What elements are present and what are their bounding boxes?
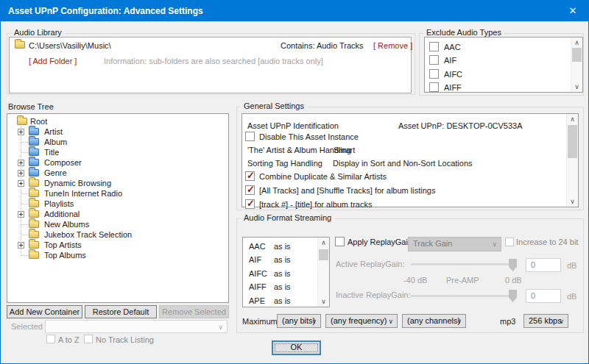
- exclude-item-label: AIFC: [444, 69, 462, 79]
- max-channels-combobox[interactable]: (any channels): [402, 314, 466, 328]
- scroll-up-icon[interactable]: ∧: [318, 238, 329, 248]
- identification-label: Asset UPnP Identification: [247, 121, 339, 131]
- exclude-item-label: AIFF: [444, 82, 462, 93]
- increase-24bit-label: Increase to 24 bit: [516, 237, 578, 247]
- tree-item-label: Album: [44, 137, 67, 147]
- all-tracks-checkbox[interactable]: [245, 185, 255, 195]
- folder-icon: [29, 159, 39, 166]
- folder-icon: [17, 118, 27, 125]
- exclude-audio-types-legend: Exclude Audio Types: [423, 28, 504, 37]
- format-name[interactable]: AIF: [249, 254, 261, 265]
- mp3-bitrate-combobox[interactable]: 256 kbps: [523, 314, 568, 328]
- expand-plus-icon[interactable]: [18, 180, 24, 187]
- inactive-replaygain-slider[interactable]: [411, 295, 517, 297]
- scale-min-label: -40 dB: [403, 275, 427, 285]
- a-to-z-checkbox[interactable]: [46, 335, 55, 343]
- general-settings-legend: General Settings: [241, 101, 307, 110]
- all-tracks-label: [All Tracks] and [Shuffle Tracks] for al…: [259, 185, 435, 196]
- general-settings-panel: Asset UPnP Identification Asset UPnP: DE…: [241, 113, 579, 207]
- active-db-unit: dB: [567, 260, 576, 271]
- tree-item-label: Artist: [44, 126, 63, 137]
- scroll-up-icon[interactable]: ∧: [567, 114, 578, 124]
- library-info: Information: sub-folders are also search…: [104, 56, 323, 66]
- tree-connector-line: [21, 126, 21, 256]
- tree-item-label: Composer: [44, 157, 82, 168]
- exclude-item-label: AAC: [444, 42, 461, 52]
- scroll-up-icon[interactable]: ∧: [571, 38, 582, 48]
- format-mode: as is: [274, 296, 291, 306]
- library-contains: Contains: Audio Tracks: [281, 40, 364, 51]
- identification-value: Asset UPnP: DESKTOP-0CV533A: [398, 121, 523, 131]
- max-bits-combobox[interactable]: (any bits): [277, 314, 321, 328]
- disable-instance-label: Disable This Asset Instance: [259, 132, 359, 142]
- scroll-thumb[interactable]: [572, 48, 582, 62]
- format-mode: as is: [274, 282, 291, 292]
- remove-link[interactable]: [ Remove ]: [373, 40, 412, 51]
- scroll-down-icon[interactable]: ∨: [567, 196, 578, 207]
- expand-plus-icon[interactable]: [18, 242, 24, 249]
- expand-plus-icon[interactable]: [18, 211, 24, 218]
- tree-stub-line: [21, 255, 28, 256]
- max-frequency-combobox[interactable]: (any frequency): [325, 314, 398, 328]
- tree-stub-line: [21, 152, 28, 153]
- active-replaygain-slider[interactable]: [411, 263, 517, 265]
- exclude-scrollbar[interactable]: ∧ ∨: [571, 38, 582, 92]
- format-name[interactable]: AAC: [249, 241, 266, 251]
- folder-icon: [29, 128, 39, 135]
- expand-plus-icon[interactable]: [18, 129, 24, 135]
- active-replaygain-value[interactable]: 0: [526, 258, 561, 272]
- tree-item-label: New Albums: [44, 219, 89, 229]
- library-path[interactable]: C:\Users\Vasiliy\Music\: [29, 40, 111, 51]
- increase-24bit-checkbox[interactable]: [505, 238, 514, 246]
- disable-instance-checkbox[interactable]: [245, 132, 255, 141]
- remove-selected-button[interactable]: Remove Selected: [159, 305, 229, 318]
- folder-icon: [29, 231, 39, 238]
- folder-icon: [29, 179, 39, 187]
- close-icon[interactable]: ✕: [557, 1, 588, 21]
- ok-button[interactable]: OK: [272, 340, 321, 355]
- folder-icon: [29, 149, 39, 156]
- folder-icon: [29, 241, 39, 249]
- scroll-down-icon[interactable]: ∨: [318, 296, 329, 307]
- sorting-value[interactable]: Display in Sort and Non-Sort Locations: [333, 158, 473, 168]
- selected-combobox[interactable]: [45, 320, 228, 333]
- folder-icon: [29, 138, 39, 146]
- exclude-checkbox-aiff[interactable]: [429, 82, 439, 92]
- audio-library-legend: Audio Library: [11, 28, 65, 37]
- tree-item-label: Top Artists: [44, 240, 82, 250]
- scroll-thumb[interactable]: [568, 125, 577, 158]
- track-title-label: [track #] - [title] for album tracks: [259, 199, 372, 210]
- format-name[interactable]: APE: [249, 296, 265, 306]
- tree-item-label: Top Albums: [44, 250, 86, 260]
- folder-icon: [15, 41, 25, 49]
- format-list-scrollbar[interactable]: ∧ ∨: [317, 238, 329, 307]
- maximum-label: Maximum: [242, 316, 278, 326]
- format-name[interactable]: AIFF: [249, 282, 267, 292]
- add-new-container-button[interactable]: Add New Container: [7, 305, 82, 318]
- add-folder-link[interactable]: [ Add Folder ]: [29, 56, 77, 66]
- tree-stub-line: [21, 193, 28, 194]
- restore-default-button[interactable]: Restore Default: [85, 305, 157, 318]
- gain-mode-combobox[interactable]: Track Gain: [408, 237, 501, 251]
- no-track-listing-checkbox[interactable]: [84, 335, 93, 343]
- the-handling-value[interactable]: Smart: [334, 145, 355, 155]
- tree-stub-line: [21, 204, 28, 204]
- track-title-checkbox[interactable]: [245, 199, 255, 209]
- scroll-thumb[interactable]: [319, 249, 328, 260]
- exclude-checkbox-aif[interactable]: [429, 55, 439, 65]
- expand-plus-icon[interactable]: [18, 160, 24, 166]
- expand-plus-icon[interactable]: [18, 170, 24, 176]
- title-bar: Asset UPnP Configuration: Advanced Setti…: [1, 1, 588, 21]
- apply-replaygain-label: Apply ReplayGain: [348, 237, 412, 247]
- format-name[interactable]: AIFC: [249, 268, 267, 279]
- tree-stub-line: [21, 142, 28, 143]
- a-to-z-label: A to Z: [58, 335, 80, 345]
- folder-icon: [29, 221, 39, 228]
- apply-replaygain-checkbox[interactable]: [335, 237, 345, 246]
- scroll-down-icon[interactable]: ∨: [571, 82, 582, 92]
- combine-artists-checkbox[interactable]: [245, 171, 255, 181]
- exclude-checkbox-aifc[interactable]: [429, 69, 439, 79]
- exclude-checkbox-aac[interactable]: [429, 42, 439, 51]
- inactive-replaygain-value[interactable]: 0: [526, 289, 561, 303]
- general-settings-scrollbar[interactable]: ∧ ∨: [566, 114, 578, 207]
